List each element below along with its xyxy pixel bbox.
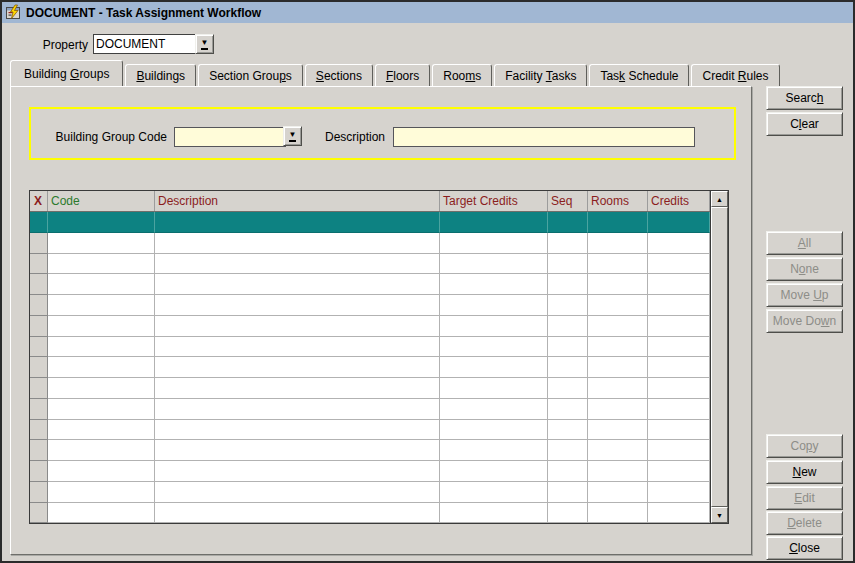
close-button[interactable]: Close [766, 536, 843, 560]
table-row[interactable] [30, 295, 710, 316]
move-down-button[interactable]: Move Down [766, 309, 843, 333]
property-input[interactable] [93, 34, 197, 54]
table-cell [588, 254, 648, 275]
table-cell [588, 295, 648, 316]
table-cell [548, 399, 588, 420]
table-vertical-scrollbar[interactable]: ▲ ▼ [710, 191, 728, 523]
table-cell [48, 274, 155, 295]
search-button[interactable]: Search [766, 86, 843, 110]
row-select-cell[interactable] [30, 461, 48, 482]
row-select-cell[interactable] [30, 420, 48, 441]
column-header-code: Code [48, 191, 155, 211]
table-cell [648, 461, 710, 482]
all-button[interactable]: All [766, 231, 843, 255]
table-cell [588, 212, 648, 233]
edit-button[interactable]: Edit [766, 486, 843, 510]
clear-button[interactable]: Clear [766, 112, 843, 136]
property-label: Property [28, 38, 88, 52]
tab-building-groups[interactable]: Building Groups [10, 60, 123, 86]
table-cell [440, 337, 548, 358]
table-row-selected[interactable] [30, 212, 710, 233]
table-cell [548, 295, 588, 316]
column-header-rooms: Rooms [588, 191, 648, 211]
table-cell [548, 440, 588, 461]
new-button[interactable]: New [766, 460, 843, 484]
table-cell [48, 399, 155, 420]
table-cell [440, 440, 548, 461]
table-row[interactable] [30, 337, 710, 358]
table-cell [48, 420, 155, 441]
table-row[interactable] [30, 233, 710, 254]
table-row[interactable] [30, 357, 710, 378]
table-row[interactable] [30, 254, 710, 275]
table-cell [48, 295, 155, 316]
scroll-down-button[interactable]: ▼ [711, 507, 728, 523]
row-select-cell[interactable] [30, 399, 48, 420]
tab-sections[interactable]: Sections [305, 64, 373, 86]
row-select-cell[interactable] [30, 295, 48, 316]
table-cell [588, 316, 648, 337]
title-bar[interactable]: DOCUMENT - Task Assignment Workflow [2, 2, 853, 23]
scroll-up-icon: ▲ [716, 196, 723, 203]
column-header-target-credits: Target Credits [440, 191, 548, 211]
row-select-cell[interactable] [30, 378, 48, 399]
row-select-cell[interactable] [30, 254, 48, 275]
table-cell [588, 357, 648, 378]
tab-buildings[interactable]: Buildings [125, 64, 196, 86]
building-group-code-lov-button[interactable]: ▼ [283, 126, 302, 146]
table-cell [155, 254, 440, 275]
table-cell [648, 254, 710, 275]
row-select-cell[interactable] [30, 440, 48, 461]
table-row[interactable] [30, 461, 710, 482]
table-cell [440, 378, 548, 399]
table-cell [48, 233, 155, 254]
table-row[interactable] [30, 503, 710, 524]
table-cell [648, 420, 710, 441]
delete-button[interactable]: Delete [766, 511, 843, 535]
scroll-up-button[interactable]: ▲ [711, 191, 728, 207]
tab-facility-tasks[interactable]: Facility Tasks [494, 64, 587, 86]
row-select-cell[interactable] [30, 503, 48, 524]
tab-rooms[interactable]: Rooms [432, 64, 492, 86]
table-cell [548, 233, 588, 254]
tab-task-schedule[interactable]: Task Schedule [589, 64, 689, 86]
row-select-cell[interactable] [30, 482, 48, 503]
building-group-code-input[interactable] [174, 127, 286, 147]
table-row[interactable] [30, 274, 710, 295]
tab-credit-rules[interactable]: Credit Rules [691, 64, 779, 86]
table-row[interactable] [30, 482, 710, 503]
property-lov-button[interactable]: ▼ [195, 34, 214, 54]
column-header-credits: Credits [648, 191, 710, 211]
table-row[interactable] [30, 420, 710, 441]
copy-button[interactable]: Copy [766, 434, 843, 458]
description-input[interactable] [393, 127, 695, 147]
tab-section-groups[interactable]: Section Groups [198, 64, 303, 86]
table-row[interactable] [30, 316, 710, 337]
table-row[interactable] [30, 399, 710, 420]
row-select-cell[interactable] [30, 357, 48, 378]
table-cell [648, 212, 710, 233]
table-cell [648, 482, 710, 503]
row-select-cell[interactable] [30, 337, 48, 358]
row-select-cell[interactable] [30, 233, 48, 254]
row-select-cell[interactable] [30, 274, 48, 295]
none-button[interactable]: None [766, 257, 843, 281]
row-select-cell[interactable] [30, 316, 48, 337]
table-cell [48, 212, 155, 233]
table-cell [440, 233, 548, 254]
tab-floors[interactable]: Floors [375, 64, 430, 86]
table-cell [155, 440, 440, 461]
table-cell [440, 420, 548, 441]
table-cell [648, 503, 710, 524]
row-select-cell[interactable] [30, 212, 48, 233]
scrollbar-thumb[interactable] [711, 207, 728, 507]
table-cell [48, 440, 155, 461]
table-row[interactable] [30, 440, 710, 461]
table-cell [155, 274, 440, 295]
table-cell [588, 399, 648, 420]
table-cell [155, 482, 440, 503]
table-row[interactable] [30, 378, 710, 399]
table-cell [588, 482, 648, 503]
move-up-button[interactable]: Move Up [766, 283, 843, 307]
building-groups-table: X Code Description Target Credits Seq Ro… [29, 190, 729, 524]
